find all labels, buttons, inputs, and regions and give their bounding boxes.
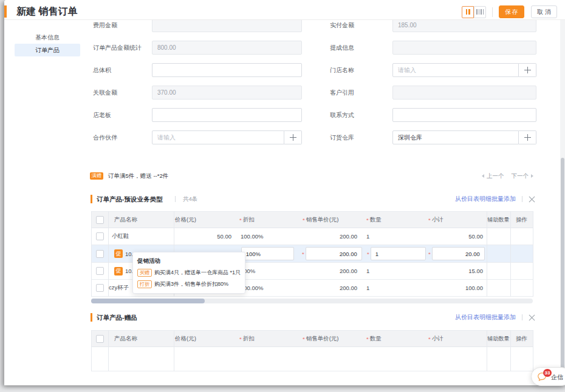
select-all-checkbox[interactable] [96, 335, 104, 343]
frozen-col-border [510, 330, 511, 371]
col-aux-qty: 辅助数量 [487, 212, 510, 228]
col-product-name: 产品名称 [108, 331, 174, 346]
col-unit-price: *销售单价(元) [301, 212, 365, 228]
row-checkbox[interactable] [96, 267, 104, 275]
promo-text: 订单满5件，赠送 --*2件 [108, 172, 168, 180]
page-title: 新建 销售订单 [16, 5, 77, 18]
col-product-name: 产品名称 [108, 212, 174, 228]
store-name-input[interactable] [392, 63, 519, 77]
promotion-icon[interactable]: 促 [114, 249, 123, 258]
layout-two-column-button[interactable] [462, 6, 474, 18]
table-right-border [533, 330, 533, 371]
section-accent-bar [91, 195, 92, 203]
gifts-table: 产品名称 价格(元) *折扣 *销售单价(元) *数量 *小计 辅助数量 操作 [91, 330, 533, 371]
section-products-header: 订单产品-预设业务类型 共4条 从价目表明细批量添加 [91, 194, 535, 204]
empty-table-body [91, 347, 533, 371]
col-action: 操作 [510, 331, 533, 346]
batch-add-from-pricebook-link[interactable]: 从价目表明细批量添加 [455, 195, 516, 203]
product-price: 50.00 [174, 228, 237, 245]
section-title: 订单产品-赠品 [97, 313, 137, 322]
product-aux-qty [487, 245, 510, 262]
promotion-icon[interactable]: 促 [114, 267, 123, 275]
close-section-icon[interactable] [529, 314, 535, 321]
related-amount-input [152, 86, 302, 100]
field-label: 客户引用 [330, 86, 354, 100]
fee-amount-input [152, 18, 302, 32]
divider [522, 196, 522, 202]
contact-input[interactable] [392, 108, 536, 122]
product-qty: 1 [365, 263, 426, 279]
promotion-pager: 上一个 下一个 [482, 172, 533, 180]
product-row-1[interactable]: 小红鞋 50.00 100.00% 200.00 1 50.00 [91, 228, 533, 245]
prev-arrow-icon [482, 174, 484, 178]
store-name-add-button[interactable] [519, 63, 536, 77]
col-discount: *折扣 [237, 331, 301, 346]
chat-label: 企信 [551, 373, 563, 382]
partner-input[interactable] [152, 130, 284, 144]
discount-promo-tag: 打折 [137, 280, 152, 288]
product-qty-cell: * [365, 245, 426, 262]
discount-promo-text: 购买满3件，销售单价折扣80% [154, 280, 228, 288]
section-title: 订单产品-预设业务类型 [97, 194, 163, 204]
close-section-icon[interactable] [529, 196, 535, 203]
col-qty: *数量 [365, 331, 426, 346]
product-subtotal: 100.00 [426, 280, 487, 296]
col-price: 价格(元) [174, 331, 237, 346]
product-qty: 1 [365, 228, 426, 245]
save-button[interactable]: 保存 [499, 5, 524, 18]
product-actions [510, 245, 533, 262]
promotion-tooltip: 促销活动 买赠 购买满4只，赠送单一仓库商品 *1只 打折 购买满3件，销售单价… [132, 252, 245, 294]
sidebar-item-order-products[interactable]: 订单产品 [15, 44, 80, 56]
bars-icon [476, 9, 478, 15]
col-price: 价格(元) [174, 212, 237, 228]
commission-info-input [392, 41, 536, 55]
plus-icon [290, 134, 296, 141]
qty-input[interactable] [371, 247, 426, 260]
section-gifts-header: 订单产品-赠品 从价目表明细批量添加 [91, 313, 535, 322]
col-aux-qty: 辅助数量 [487, 331, 510, 346]
total-volume-input[interactable] [152, 63, 302, 77]
prev-promotion-link[interactable]: 上一个 [487, 172, 504, 180]
scrollbar-thumb[interactable] [91, 299, 205, 303]
gift-promo-tag: 买赠 [137, 269, 152, 277]
row-checkbox[interactable] [96, 232, 104, 240]
product-unit-price: 200.00 [301, 263, 365, 279]
product-qty: 1 [365, 280, 426, 296]
sidebar-item-basic-info[interactable]: 基本信息 [15, 31, 80, 44]
product-actions [510, 228, 533, 245]
table-horizontal-scrollbar[interactable] [91, 299, 533, 303]
discount-input[interactable] [241, 247, 294, 260]
frozen-col-border [108, 211, 109, 297]
field-label: 总体积 [93, 63, 111, 77]
next-promotion-link[interactable]: 下一个 [512, 172, 529, 180]
subtotal-input[interactable] [432, 247, 485, 260]
warehouse-input[interactable] [392, 130, 519, 144]
col-subtotal: *小计 [426, 212, 487, 228]
page-scrollbar-thumb[interactable] [561, 158, 564, 371]
product-subtotal: 15.00 [426, 263, 487, 279]
product-amount-total-input [152, 41, 302, 55]
warehouse-add-button[interactable] [519, 130, 536, 144]
batch-add-from-pricebook-link[interactable]: 从价目表明细批量添加 [455, 313, 516, 322]
product-subtotal-cell: * [426, 245, 487, 262]
product-unit-price: 200.00 [301, 280, 365, 296]
cancel-button[interactable]: 取消 [531, 5, 557, 18]
layout-list-button[interactable] [474, 6, 486, 18]
row-checkbox[interactable] [96, 250, 104, 258]
plus-icon [524, 67, 531, 73]
partner-add-button[interactable] [284, 130, 302, 144]
row-checkbox[interactable] [96, 284, 104, 292]
new-order-panel: 新建 销售订单 保存 取消 基本信息 订单产品 [4, 0, 565, 385]
unit-price-input[interactable] [306, 247, 362, 260]
qixin-chat-button[interactable]: 33 企信 [531, 367, 565, 386]
select-all-checkbox[interactable] [96, 216, 104, 224]
product-name: 小红鞋 [108, 228, 174, 245]
product-discount: 100.00% [237, 228, 301, 245]
product-actions [510, 263, 533, 279]
field-label: 关联金额 [93, 86, 117, 100]
divider [522, 314, 522, 320]
field-label: 合作伙伴 [93, 130, 117, 144]
unread-badge: 33 [543, 369, 552, 377]
shop-owner-input[interactable] [152, 108, 302, 122]
tooltip-title: 促销活动 [137, 257, 245, 265]
